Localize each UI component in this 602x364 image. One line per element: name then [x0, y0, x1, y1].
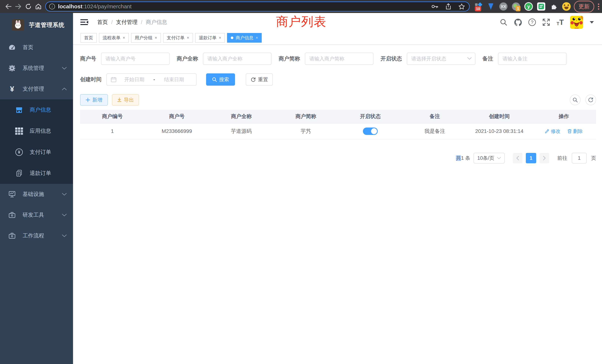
github-icon[interactable]: [514, 18, 522, 26]
breadcrumb-pay[interactable]: 支付管理: [116, 19, 138, 26]
tag-merchant-info[interactable]: 商户信息×: [227, 33, 262, 43]
extension-chat-icon[interactable]: [537, 2, 546, 11]
merchant-no-input[interactable]: [101, 53, 170, 65]
date-start-placeholder[interactable]: 开始日期: [116, 76, 152, 83]
close-icon[interactable]: ×: [219, 35, 221, 40]
main-area: 首页 / 支付管理 / 商户信息 商户列表 ? TT: [73, 13, 602, 364]
share-icon[interactable]: [444, 2, 452, 11]
sidebar-item-infra[interactable]: 基础设施: [0, 184, 73, 205]
font-size-icon[interactable]: TT: [557, 19, 564, 26]
extension-status-icon[interactable]: 1: [512, 2, 520, 11]
extension-badge: 10: [475, 6, 481, 11]
goto-page-input[interactable]: [572, 153, 587, 163]
toggle-search-icon[interactable]: [570, 95, 580, 105]
extension-command-icon[interactable]: [499, 2, 508, 11]
app-title: 芋道管理系统: [29, 21, 64, 29]
password-key-icon[interactable]: [431, 2, 439, 11]
tag-pay-order[interactable]: 支付订单×: [163, 33, 193, 43]
extension-yuque-icon[interactable]: y: [524, 2, 533, 11]
store-icon: [14, 107, 24, 113]
dashboard-icon: [7, 44, 17, 51]
sidebar: 芋道管理系统 首页: [0, 13, 73, 364]
browser-home-button[interactable]: [33, 1, 43, 11]
next-page-button[interactable]: [539, 153, 549, 163]
tag-refund-order[interactable]: 退款订单×: [195, 33, 225, 43]
merchant-shortname-label: 商户简称: [279, 55, 300, 63]
pay-submenu: 商户信息 应用信息 ¥ 支付订单 退款订单: [0, 99, 73, 184]
yen-circle-icon: ¥: [14, 149, 24, 156]
close-icon[interactable]: ×: [123, 35, 125, 40]
page-number-1[interactable]: 1: [526, 153, 536, 163]
monitor-chart-icon: [7, 191, 17, 198]
status-select[interactable]: [407, 53, 475, 65]
sidebar-item-pay[interactable]: ¥ 支付管理: [0, 79, 73, 99]
extension-grid-icon[interactable]: 10: [474, 2, 483, 11]
close-icon[interactable]: ×: [256, 35, 258, 40]
browser-menu-icon[interactable]: [598, 3, 599, 10]
merchant-fullname-input[interactable]: [203, 53, 271, 65]
edit-link[interactable]: 修改: [545, 128, 560, 135]
help-icon[interactable]: ?: [528, 19, 536, 26]
sidebar-item-devtools[interactable]: 研发工具: [0, 205, 73, 225]
tag-home[interactable]: 首页: [80, 33, 97, 43]
user-avatar[interactable]: [570, 16, 583, 29]
address-bar[interactable]: i localhost:1024/pay/merchant: [45, 1, 470, 11]
sidebar-item-workflow[interactable]: 工作流程: [0, 225, 73, 246]
page-info-icon[interactable]: i: [49, 3, 55, 10]
url-text[interactable]: localhost:1024/pay/merchant: [58, 3, 431, 10]
sidebar-item-app-info[interactable]: 应用信息: [0, 120, 73, 142]
delete-link[interactable]: 删除: [568, 128, 583, 135]
active-dot: [231, 36, 233, 39]
remark-label: 备注: [483, 55, 493, 63]
date-end-placeholder[interactable]: 结束日期: [156, 76, 192, 83]
reset-button[interactable]: 重置: [246, 73, 273, 86]
tag-process-form[interactable]: 流程表单×: [99, 33, 129, 43]
header-search-icon[interactable]: [499, 18, 508, 26]
prev-page-button[interactable]: [513, 153, 523, 163]
date-range-picker[interactable]: 开始日期 - 结束日期: [106, 73, 196, 86]
fullscreen-icon[interactable]: [542, 18, 550, 26]
sidebar-item-system[interactable]: 系统管理: [0, 58, 73, 79]
breadcrumb-home[interactable]: 首页: [97, 19, 108, 26]
yen-icon: ¥: [7, 85, 17, 93]
page-size-select[interactable]: 10条/页: [473, 153, 505, 163]
app-logo[interactable]: 芋道管理系统: [0, 13, 73, 37]
browser-toolbar: i localhost:1024/pay/merchant 10: [0, 0, 602, 13]
merchant-shortname-input[interactable]: [305, 53, 374, 65]
content: 商户号 商户全称 商户简称 开启状态: [73, 45, 602, 163]
close-icon[interactable]: ×: [187, 35, 189, 40]
merchant-no-label: 商户号: [80, 55, 96, 63]
cell-merchant-id: 1: [80, 128, 145, 134]
browser-forward-button[interactable]: [13, 1, 23, 11]
cell-create-time: 2021-10-23 08:31:14: [467, 128, 532, 134]
status-select-input[interactable]: [407, 53, 475, 65]
browser-back-button[interactable]: [3, 1, 13, 11]
refresh-table-icon[interactable]: [585, 95, 596, 105]
bookmark-star-icon[interactable]: [458, 2, 466, 11]
browser-update-button[interactable]: 更新: [574, 1, 594, 12]
remark-input[interactable]: [498, 53, 567, 65]
status-toggle[interactable]: [363, 128, 378, 135]
sidebar-item-home[interactable]: 首页: [0, 37, 73, 58]
extensions-puzzle-icon[interactable]: [549, 2, 558, 11]
extension-gem-icon[interactable]: [486, 2, 495, 11]
toolbox-icon: [7, 233, 17, 239]
close-icon[interactable]: ×: [155, 35, 157, 40]
pagination: 共1 条 10条/页 1 前往 页: [80, 153, 596, 163]
avatar-caret-icon[interactable]: [590, 21, 594, 23]
extension-badge: 1: [516, 6, 520, 11]
collapse-sidebar-icon[interactable]: [80, 19, 89, 26]
chevron-down-icon: [62, 234, 67, 237]
profile-emoji-avatar[interactable]: [562, 2, 571, 11]
add-button[interactable]: 新增: [80, 94, 108, 106]
sidebar-item-merchant-info[interactable]: 商户信息: [0, 99, 73, 120]
search-button[interactable]: 搜索: [206, 73, 235, 86]
status-label: 开启状态: [380, 55, 402, 63]
browser-reload-button[interactable]: [23, 1, 33, 11]
red-annotation-title: 商户列表: [276, 13, 326, 30]
sidebar-item-pay-order[interactable]: ¥ 支付订单: [0, 142, 73, 163]
sidebar-item-refund-order[interactable]: 退款订单: [0, 163, 73, 184]
export-button[interactable]: 导出: [112, 94, 139, 106]
page-header: 首页 / 支付管理 / 商户信息 商户列表 ? TT: [73, 13, 602, 32]
tag-user-group[interactable]: 用户分组×: [131, 33, 161, 43]
